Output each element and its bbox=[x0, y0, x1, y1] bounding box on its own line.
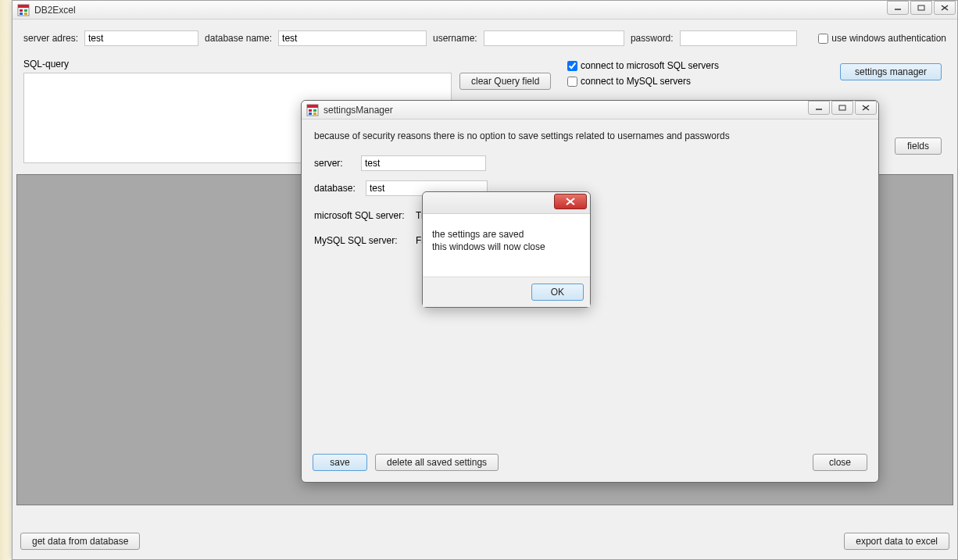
svg-rect-11 bbox=[307, 105, 318, 108]
svg-rect-17 bbox=[839, 105, 845, 110]
settings-mysql-label: MySQL SQL server: bbox=[314, 235, 408, 246]
svg-rect-1 bbox=[18, 5, 29, 8]
svg-rect-3 bbox=[24, 9, 27, 12]
svg-rect-4 bbox=[20, 12, 23, 15]
sql-query-label: SQL-query bbox=[23, 59, 946, 70]
server-adres-label: server adres: bbox=[23, 33, 78, 44]
svg-rect-5 bbox=[24, 12, 27, 15]
database-name-input[interactable] bbox=[278, 30, 427, 46]
username-input[interactable] bbox=[484, 30, 624, 46]
use-windows-auth-label: use windows authentication bbox=[831, 33, 946, 44]
close-icon bbox=[566, 198, 575, 205]
msgbox-text-line2: this windows will now close bbox=[432, 241, 581, 253]
svg-rect-14 bbox=[309, 112, 312, 115]
settings-server-label: server: bbox=[314, 158, 353, 169]
svg-rect-2 bbox=[20, 9, 23, 12]
get-data-button[interactable]: get data from database bbox=[20, 533, 140, 550]
settings-server-input[interactable] bbox=[361, 155, 486, 171]
use-windows-auth-checkbox[interactable] bbox=[818, 34, 828, 44]
server-adres-input[interactable] bbox=[84, 30, 198, 46]
msgbox-text-line1: the settings are saved bbox=[432, 228, 581, 241]
svg-rect-15 bbox=[313, 112, 316, 115]
database-name-label: database name: bbox=[205, 33, 272, 44]
settings-save-button[interactable]: save bbox=[313, 454, 367, 471]
settings-close-dialog-button[interactable]: close bbox=[813, 454, 867, 471]
settings-database-label: database: bbox=[314, 183, 358, 194]
msgbox-ok-button[interactable]: OK bbox=[531, 284, 584, 301]
settings-delete-all-button[interactable]: delete all saved settings bbox=[375, 454, 499, 471]
settings-manager-button[interactable]: settings manager bbox=[840, 63, 942, 80]
settings-close-button[interactable] bbox=[855, 101, 877, 115]
clear-query-button[interactable]: clear Query field bbox=[459, 73, 551, 90]
export-excel-button[interactable]: export data to excel bbox=[844, 533, 949, 550]
connect-mysql-label: connect to MySQL servers bbox=[581, 76, 691, 87]
password-input[interactable] bbox=[680, 30, 797, 46]
username-label: username: bbox=[433, 33, 477, 44]
app-icon bbox=[17, 4, 30, 16]
connect-mysql-checkbox[interactable] bbox=[567, 77, 577, 87]
settings-info-text: because of security reasons there is no … bbox=[314, 130, 866, 141]
connect-mssql-checkbox[interactable] bbox=[567, 61, 577, 71]
connect-mssql-label: connect to microsoft SQL servers bbox=[581, 60, 719, 71]
settings-mssql-label: microsoft SQL server: bbox=[314, 210, 408, 221]
app-icon bbox=[306, 104, 319, 116]
main-title: DB2Excel bbox=[34, 5, 76, 16]
fields-button[interactable]: fields bbox=[895, 137, 942, 155]
svg-rect-13 bbox=[313, 109, 316, 112]
maximize-button[interactable] bbox=[910, 1, 932, 15]
bottom-button-row: get data from database export data to ex… bbox=[20, 533, 949, 550]
settings-minimize-button[interactable] bbox=[808, 101, 830, 115]
msgbox-titlebar[interactable] bbox=[423, 192, 590, 214]
settings-titlebar[interactable]: settingsManager bbox=[302, 101, 878, 119]
message-box: the settings are saved this windows will… bbox=[422, 191, 591, 308]
msgbox-body: the settings are saved this windows will… bbox=[423, 214, 590, 276]
settings-title: settingsManager bbox=[324, 105, 393, 116]
main-titlebar[interactable]: DB2Excel bbox=[13, 1, 957, 20]
svg-rect-12 bbox=[309, 109, 312, 112]
msgbox-close-button[interactable] bbox=[554, 194, 587, 209]
close-button[interactable] bbox=[934, 1, 956, 15]
settings-maximize-button[interactable] bbox=[831, 101, 853, 115]
password-label: password: bbox=[631, 33, 674, 44]
minimize-button[interactable] bbox=[887, 1, 909, 15]
svg-rect-7 bbox=[918, 5, 924, 10]
top-field-row: server adres: database name: username: p… bbox=[23, 30, 946, 46]
